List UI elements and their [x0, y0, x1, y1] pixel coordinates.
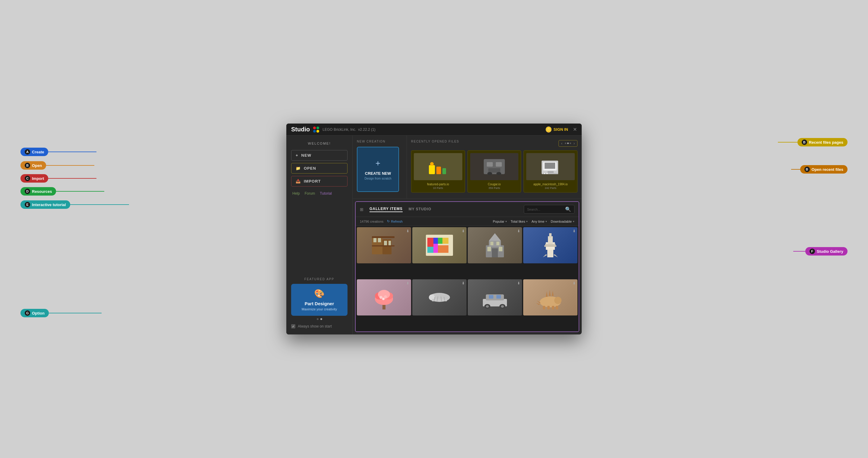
nav-dots: [565, 142, 571, 144]
create-sub: Design from scratch: [365, 177, 392, 180]
svg-marker-78: [546, 291, 548, 297]
svg-point-60: [382, 298, 384, 300]
open-button[interactable]: 📁 OPEN: [291, 163, 347, 173]
import-button[interactable]: 📥 IMPORT: [291, 176, 347, 187]
gallery-item-5-image: [357, 279, 411, 316]
download-badge-3: ⬇: [517, 229, 520, 233]
gallery-item-3-image: [468, 227, 522, 263]
svg-point-58: [379, 296, 382, 299]
recent-file-2[interactable]: Cougar.io 359 Parts: [467, 150, 521, 193]
recent-files-list: featured-parts.io 10 Parts: [411, 150, 578, 193]
gallery-item-1[interactable]: ⬇: [357, 227, 411, 263]
chevron-down-icon-1: ▾: [505, 220, 507, 223]
svg-rect-10: [496, 162, 502, 167]
sidebar: WELCOME! + NEW 📁 OPEN 📥 IMPORT Help Foru…: [286, 136, 352, 334]
filter-downloadable[interactable]: Downloadable ▾: [551, 220, 575, 223]
svg-rect-36: [438, 245, 448, 253]
filter-popular[interactable]: Popular ▾: [493, 220, 507, 223]
svg-rect-83: [552, 306, 554, 309]
gallery-item-7[interactable]: ⬇: [468, 279, 522, 316]
gallery-item-5[interactable]: ⬇: [357, 279, 411, 316]
svg-rect-24: [378, 238, 381, 242]
svg-point-77: [554, 297, 561, 304]
gallery-item-8[interactable]: ⬇: [523, 279, 578, 316]
svg-marker-79: [549, 290, 551, 296]
recent-file-1-name: featured-parts.io: [427, 183, 449, 186]
tutorial-link[interactable]: Tutorial: [320, 191, 332, 196]
coin-icon: 🪙: [545, 126, 552, 133]
svg-point-59: [384, 295, 387, 298]
svg-point-19: [544, 173, 545, 174]
prev-arrow-icon[interactable]: ‹: [561, 141, 562, 145]
close-button[interactable]: ✕: [573, 127, 577, 132]
svg-rect-50: [545, 244, 555, 245]
forum-link[interactable]: Forum: [305, 191, 315, 196]
filter-time[interactable]: Any time ▾: [531, 220, 547, 223]
plus-icon: +: [296, 153, 299, 158]
gallery-search-box[interactable]: 🔍: [524, 205, 575, 214]
create-new-card[interactable]: + CREATE NEW Design from scratch: [357, 147, 399, 192]
gallery-item-6-image: [412, 279, 467, 316]
svg-marker-51: [543, 254, 547, 257]
svg-rect-34: [427, 247, 433, 253]
featured-app-card[interactable]: 🎨 Part Designer Maximize your creativity: [291, 284, 347, 316]
import-icon: 📥: [296, 179, 301, 184]
svg-rect-71: [496, 295, 501, 299]
recent-file-1[interactable]: featured-parts.io 10 Parts: [411, 150, 465, 193]
tab-gallery-items[interactable]: GALLERY ITEMS: [370, 207, 403, 212]
next-arrow-icon[interactable]: ›: [574, 141, 575, 145]
svg-marker-86: [536, 303, 540, 305]
refresh-button[interactable]: ↻ Refresh: [387, 219, 403, 223]
svg-rect-35: [433, 244, 438, 253]
gallery-item-8-image: [523, 279, 578, 316]
recent-nav[interactable]: ‹ ›: [558, 140, 578, 147]
recent-file-2-parts: 359 Parts: [489, 187, 500, 190]
recently-opened-panel: RECENTLY OPENED FILES ‹ ›: [407, 136, 582, 199]
svg-marker-39: [489, 233, 501, 241]
chevron-down-icon-4: ▾: [573, 220, 575, 223]
new-button[interactable]: + NEW: [291, 150, 347, 161]
svg-rect-44: [496, 242, 499, 245]
filter-total-likes[interactable]: Total likes ▾: [510, 220, 528, 223]
gallery-search-input[interactable]: [527, 207, 563, 211]
recent-file-3[interactable]: apple_macintosh_1984.io 242 Parts: [524, 150, 578, 193]
right-panel: NEW CREATION + CREATE NEW Design from sc…: [352, 136, 582, 334]
svg-rect-69: [486, 294, 504, 300]
svg-rect-9: [487, 162, 493, 167]
gallery-count: 14796 creations: [360, 220, 383, 223]
annotation-g: G Option: [21, 309, 101, 317]
svg-rect-49: [544, 245, 556, 247]
dot-1: [317, 318, 318, 320]
download-badge-7: ⬇: [517, 281, 520, 285]
svg-point-1: [316, 126, 319, 129]
sign-in-button[interactable]: SIGN IN: [554, 127, 568, 132]
svg-rect-43: [490, 242, 493, 245]
gallery-item-4[interactable]: ⬇: [523, 227, 578, 263]
featured-app-subtitle: Maximize your creativity: [296, 307, 343, 311]
folder-icon: 📁: [296, 166, 301, 170]
help-link[interactable]: Help: [292, 191, 300, 196]
svg-rect-40: [492, 248, 498, 257]
welcome-title: WELCOME!: [291, 142, 347, 145]
gallery-filters: 14796 creations ↻ Refresh Popular ▾ Tota…: [355, 217, 579, 226]
svg-point-0: [313, 126, 316, 129]
part-designer-icon: 🎨: [296, 289, 343, 299]
svg-rect-48: [549, 233, 552, 238]
chevron-down-icon-2: ▾: [526, 220, 528, 223]
refresh-icon: ↻: [387, 219, 390, 223]
svg-rect-84: [556, 306, 558, 309]
gallery-item-2[interactable]: ⬇: [412, 227, 467, 263]
svg-rect-31: [433, 238, 438, 244]
svg-rect-42: [499, 247, 502, 251]
gallery-item-3[interactable]: ⬇: [468, 227, 522, 263]
gallery-item-6[interactable]: ⬇: [412, 279, 467, 316]
tab-my-studio[interactable]: MY STUDIO: [409, 207, 431, 212]
annotation-c: C Import: [21, 174, 96, 183]
svg-rect-32: [438, 238, 442, 244]
annotation-a: A Create: [21, 148, 96, 156]
svg-rect-70: [489, 295, 493, 299]
gallery-section: ⊞ GALLERY ITEMS MY STUDIO 🔍 14796 creati…: [355, 201, 579, 332]
always-show-checkbox[interactable]: ✓ Always show on start: [291, 324, 347, 328]
svg-point-2: [313, 130, 316, 132]
svg-rect-81: [543, 306, 545, 309]
